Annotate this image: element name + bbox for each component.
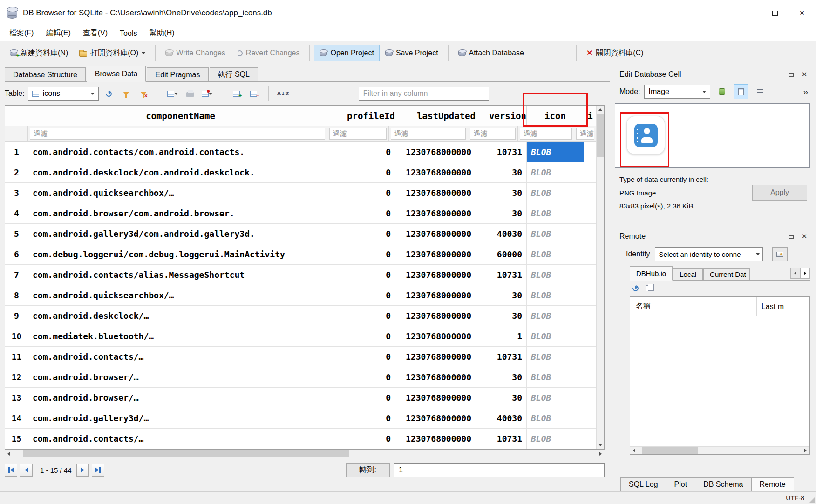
scroll-up-button[interactable]: [597, 106, 604, 114]
more-tools-button[interactable]: »: [803, 87, 811, 97]
apply-button[interactable]: Apply: [752, 185, 807, 201]
cell-version[interactable]: 40030: [476, 408, 527, 428]
cell-icon-blob[interactable]: BLOB: [527, 244, 584, 264]
cell-componentname[interactable]: com.android.contacts/…: [28, 347, 333, 367]
table-row[interactable]: 7 com.android.contacts/alias.MessageShor…: [5, 265, 596, 285]
cell-icon-blob[interactable]: BLOB: [527, 408, 584, 428]
cell-profileid[interactable]: 0: [333, 183, 395, 203]
close-panel-button[interactable]: ✕: [799, 70, 810, 79]
cell-lastupdated[interactable]: 1230768000000: [395, 429, 476, 449]
menu-edit[interactable]: 編輯(E): [40, 26, 76, 40]
write-changes-button[interactable]: Write Changes: [160, 45, 231, 61]
table-row[interactable]: 11 com.android.contacts/… 0 123076800000…: [5, 347, 596, 367]
cell-icon-blob[interactable]: BLOB: [527, 347, 584, 367]
cell-componentname[interactable]: com.android.deskclock/…: [28, 306, 333, 326]
identity-combobox[interactable]: Select an identity to conne: [655, 247, 763, 261]
tab-scroll-right-button[interactable]: [800, 268, 810, 279]
open-project-button[interactable]: Open Project: [314, 45, 379, 61]
cell-profileid[interactable]: 0: [333, 265, 395, 285]
tab-scroll-left-button[interactable]: [790, 268, 800, 279]
remote-scroll-track[interactable]: [638, 447, 802, 455]
filter-field[interactable]: 過濾: [30, 128, 325, 140]
last-page-button[interactable]: [92, 464, 104, 477]
table-row[interactable]: 12 com.android.browser/… 0 1230768000000…: [5, 367, 596, 388]
document-view-button[interactable]: [734, 84, 748, 99]
row-number[interactable]: 13: [5, 388, 28, 408]
cell-profileid[interactable]: 0: [333, 367, 395, 387]
filter-button[interactable]: [119, 87, 133, 101]
cell-version[interactable]: 30: [476, 203, 527, 223]
table-row[interactable]: 10 com.mediatek.bluetooth/… 0 1230768000…: [5, 326, 596, 347]
row-number[interactable]: 14: [5, 408, 28, 428]
filter-cell-profileid[interactable]: 過濾: [327, 126, 389, 141]
cell-profileid[interactable]: 0: [333, 203, 395, 223]
row-number[interactable]: 7: [5, 265, 28, 285]
column-header-partial[interactable]: i: [584, 106, 596, 126]
cell-version[interactable]: 10731: [476, 429, 527, 449]
filter-field[interactable]: 過濾: [576, 128, 594, 140]
word-wrap-button[interactable]: [753, 84, 768, 99]
cell-icon-blob[interactable]: BLOB: [527, 265, 584, 285]
vertical-scroll-thumb[interactable]: [597, 114, 604, 157]
first-page-button[interactable]: [5, 464, 17, 477]
cell-lastupdated[interactable]: 1230768000000: [395, 183, 476, 203]
row-number[interactable]: 12: [5, 367, 28, 387]
scroll-left-button[interactable]: [5, 450, 13, 457]
goto-input[interactable]: [394, 463, 605, 477]
cell-profileid[interactable]: 0: [333, 429, 395, 449]
row-number[interactable]: 10: [5, 326, 28, 346]
cell-version[interactable]: 30: [476, 183, 527, 203]
cell-componentname[interactable]: com.android.deskclock/com.android.deskcl…: [28, 162, 333, 182]
cell-lastupdated[interactable]: 1230768000000: [395, 306, 476, 326]
cell-componentname[interactable]: com.android.contacts/com.android.contact…: [28, 142, 333, 162]
resize-grip[interactable]: [809, 497, 815, 503]
attach-database-button[interactable]: Attach Database: [453, 45, 530, 61]
remote-horizontal-scrollbar[interactable]: [630, 446, 809, 454]
cell-version[interactable]: 10731: [476, 265, 527, 285]
filter-field[interactable]: 過濾: [520, 128, 572, 140]
menu-help[interactable]: 幫助(H): [143, 26, 180, 40]
table-row[interactable]: 5 com.android.gallery3d/com.android.gall…: [5, 224, 596, 244]
cell-icon-blob[interactable]: BLOB: [527, 203, 584, 223]
filter-input[interactable]: [359, 87, 489, 101]
cell-profileid[interactable]: 0: [333, 347, 395, 367]
cell-lastupdated[interactable]: 1230768000000: [395, 408, 476, 428]
cell-lastupdated[interactable]: 1230768000000: [395, 142, 476, 162]
cell-version[interactable]: 60000: [476, 244, 527, 264]
filter-cell-version[interactable]: 過濾: [468, 126, 518, 141]
table-row[interactable]: 6 com.debug.loggerui/com.debug.loggerui.…: [5, 244, 596, 265]
remote-column-name[interactable]: 名稱: [630, 297, 757, 316]
cell-profileid[interactable]: 0: [333, 408, 395, 428]
cell-componentname[interactable]: com.android.browser/com.android.browser.: [28, 203, 333, 223]
cell-icon-blob[interactable]: BLOB: [527, 285, 584, 305]
column-header-lastupdated[interactable]: lastUpdated: [395, 106, 476, 126]
table-row[interactable]: 8 com.android.quicksearchbox/… 0 1230768…: [5, 285, 596, 306]
cell-lastupdated[interactable]: 1230768000000: [395, 244, 476, 264]
tab-database-structure[interactable]: Database Structure: [5, 67, 86, 81]
cell-version[interactable]: 30: [476, 367, 527, 387]
cell-componentname[interactable]: com.android.contacts/alias.MessageShortc…: [28, 265, 333, 285]
remote-scroll-thumb[interactable]: [642, 447, 698, 454]
table-row[interactable]: 13 com.android.browser/… 0 1230768000000…: [5, 388, 596, 408]
cell-lastupdated[interactable]: 1230768000000: [395, 265, 476, 285]
cell-icon-blob[interactable]: BLOB: [527, 367, 584, 387]
horizontal-scroll-thumb[interactable]: [23, 450, 349, 457]
cell-icon-blob[interactable]: BLOB: [527, 429, 584, 449]
cell-lastupdated[interactable]: 1230768000000: [395, 224, 476, 244]
tab-sql-log[interactable]: SQL Log: [620, 477, 666, 491]
close-database-button[interactable]: ✕ 關閉資料庫(C): [581, 44, 649, 62]
horizontal-scrollbar[interactable]: [5, 450, 605, 457]
cell-icon-blob[interactable]: BLOB: [527, 183, 584, 203]
cell-componentname[interactable]: com.android.browser/…: [28, 388, 333, 408]
tab-remote[interactable]: Remote: [752, 477, 794, 491]
mode-combobox[interactable]: Image: [644, 85, 710, 99]
column-header-componentname[interactable]: componentName: [28, 106, 333, 126]
table-row[interactable]: 14 com.android.gallery3d/… 0 12307680000…: [5, 408, 596, 429]
delete-record-button[interactable]: [247, 87, 261, 101]
cell-lastupdated[interactable]: 1230768000000: [395, 162, 476, 182]
open-database-button[interactable]: 打開資料庫(O): [74, 44, 151, 62]
table-row[interactable]: 4 com.android.browser/com.android.browse…: [5, 203, 596, 224]
export-button[interactable]: [200, 87, 214, 101]
row-number[interactable]: 1: [5, 142, 28, 162]
cell-lastupdated[interactable]: 1230768000000: [395, 367, 476, 387]
